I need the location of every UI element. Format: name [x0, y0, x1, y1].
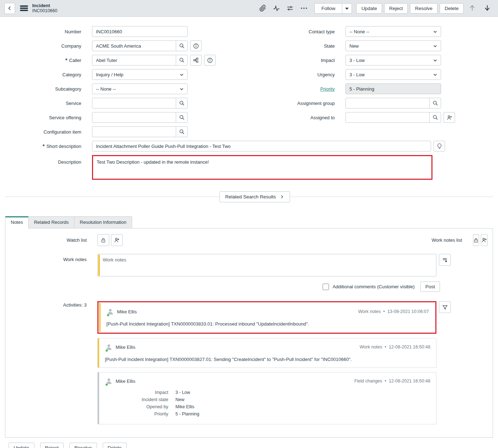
previous-record-button[interactable]: [466, 3, 479, 14]
company-input[interactable]: [92, 41, 176, 51]
page-title: Incident: [32, 3, 57, 9]
notes-section: Watch list Work notes list Work notes Ad…: [5, 228, 493, 438]
additional-comments-checkbox[interactable]: [323, 284, 329, 290]
subcategory-label: Subcategory: [0, 86, 81, 92]
work-notes-textarea[interactable]: [98, 254, 436, 276]
footer-resolve-button[interactable]: Resolve: [69, 443, 97, 448]
assignment-group-lookup: [345, 98, 441, 109]
contact-type-select[interactable]: -- None --: [345, 26, 441, 37]
activity-text: [Push-Pull Incident Integration] TXN0000…: [105, 357, 430, 362]
priority-label[interactable]: Priority: [249, 86, 335, 92]
activity-type: Field changes: [354, 379, 382, 384]
tab-notes[interactable]: Notes: [5, 216, 29, 228]
caller-search-button[interactable]: [176, 55, 187, 65]
person-add-icon: [481, 237, 487, 243]
category-label: Category: [0, 72, 81, 77]
tab-resolution-information[interactable]: Resolution Information: [74, 216, 132, 228]
assignment-group-input[interactable]: [346, 98, 429, 108]
journal-accent-bar: [98, 255, 100, 276]
service-offering-search-button[interactable]: [176, 112, 187, 122]
assignment-group-search-button[interactable]: [429, 98, 441, 108]
back-button[interactable]: [4, 3, 15, 14]
service-offering-input[interactable]: [92, 112, 176, 122]
urgency-select[interactable]: 3 - Low: [345, 69, 441, 80]
footer-delete-button[interactable]: Delete: [103, 443, 127, 448]
category-select[interactable]: Inquiry / Help: [92, 69, 188, 80]
form-bottom-rows: *Short description Description Test Two …: [0, 141, 498, 180]
activity-stream-button[interactable]: [271, 3, 282, 13]
watch-list-label: Watch list: [11, 237, 87, 243]
next-record-button[interactable]: [481, 3, 494, 14]
work-notes-label: Work notes: [11, 254, 87, 262]
personalize-form-button[interactable]: [284, 3, 296, 13]
assign-to-me-button[interactable]: [444, 112, 455, 123]
post-button[interactable]: Post: [420, 281, 440, 292]
form-left-column: Number Company *Caller Category Inquiry …: [0, 26, 249, 141]
category-value: Inquiry / Help: [96, 72, 124, 77]
update-button[interactable]: Update: [356, 3, 382, 14]
activities-count-label: Activities: 3: [11, 301, 87, 308]
follow-dropdown-button[interactable]: [342, 3, 352, 14]
footer-reject-button[interactable]: Reject: [40, 443, 64, 448]
contact-type-label: Contact type: [249, 29, 335, 34]
record-tabs: Notes Related Records Resolution Informa…: [5, 216, 498, 228]
field-change-value: New: [175, 397, 184, 402]
contact-type-value: -- None --: [349, 29, 369, 34]
avatar: [105, 377, 113, 385]
field-change-name: Priority: [127, 411, 168, 416]
caller-info-button[interactable]: [204, 55, 216, 66]
assigned-to-lookup: [345, 112, 441, 123]
configuration-item-input[interactable]: [92, 127, 176, 137]
impact-select[interactable]: 3 - Low: [345, 55, 441, 66]
tab-related-records[interactable]: Related Records: [28, 216, 74, 228]
activity-author: Mike Ellis: [117, 309, 137, 314]
delete-button[interactable]: Delete: [440, 3, 464, 14]
configuration-item-label: Configuration item: [0, 129, 81, 135]
suggestion-button[interactable]: [434, 141, 445, 151]
context-menu-icon[interactable]: [20, 5, 28, 11]
chevron-left-icon: [7, 5, 13, 11]
field-changes-table: Impact3 - Low Incident stateNew Opened b…: [127, 390, 430, 416]
description-textarea[interactable]: Test Two Description - updated in the re…: [93, 156, 431, 178]
service-input[interactable]: [92, 98, 176, 108]
work-notes-list-add-me-button[interactable]: [481, 234, 488, 246]
priority-value: 5 - Planning: [349, 86, 374, 92]
service-offering-lookup: [92, 112, 188, 123]
arrow-down-icon: [484, 4, 491, 12]
short-description-input[interactable]: [92, 141, 431, 151]
watch-list-add-me-button[interactable]: [111, 234, 123, 246]
state-select[interactable]: New: [345, 40, 441, 51]
company-info-button[interactable]: [190, 40, 202, 51]
field-change-value: 3 - Low: [175, 390, 190, 395]
assigned-to-input[interactable]: [346, 112, 429, 122]
attachment-button[interactable]: [257, 3, 269, 13]
chevron-down-icon: [433, 72, 437, 77]
configuration-item-search-button[interactable]: [176, 127, 187, 137]
info-icon: [207, 57, 213, 63]
state-value: New: [349, 43, 359, 49]
subcategory-select[interactable]: -- None --: [92, 83, 188, 94]
follow-button[interactable]: Follow: [314, 3, 342, 14]
more-options-button[interactable]: [298, 3, 310, 13]
impact-value: 3 - Low: [349, 58, 365, 63]
activity-item: Mike Ellis Work notes • 13-08-2021 10:06…: [99, 303, 435, 332]
watch-list-lock-button[interactable]: [97, 234, 109, 246]
assigned-to-label: Assigned to: [249, 115, 335, 120]
footer-update-button[interactable]: Update: [9, 443, 34, 448]
info-icon: [193, 43, 199, 49]
service-search-button[interactable]: [176, 98, 187, 108]
resolve-button[interactable]: Resolve: [410, 3, 437, 14]
related-search-results-button[interactable]: Related Search Results: [219, 191, 290, 202]
assigned-to-search-button[interactable]: [429, 112, 441, 122]
activity-stream-settings-button[interactable]: [439, 254, 451, 266]
caller-input[interactable]: [92, 55, 176, 65]
reject-button[interactable]: Reject: [384, 3, 408, 14]
pulse-icon: [273, 5, 280, 12]
number-input[interactable]: [92, 26, 188, 37]
work-notes-list-lock-button[interactable]: [473, 234, 479, 246]
arrow-up-icon: [469, 4, 476, 12]
activity-filter-button[interactable]: [439, 301, 451, 313]
company-search-button[interactable]: [176, 41, 187, 51]
caller-hierarchy-button[interactable]: [190, 55, 202, 66]
activity-author: Mike Ellis: [116, 345, 135, 350]
